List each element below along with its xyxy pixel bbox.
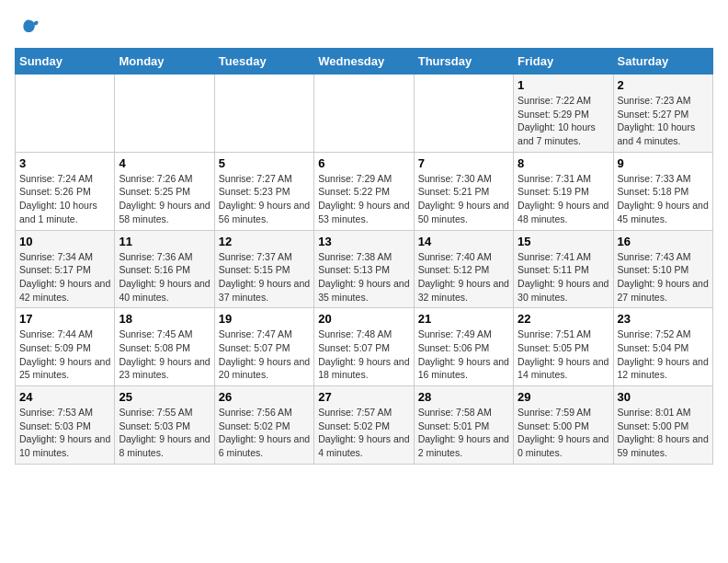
calendar-cell: 3Sunrise: 7:24 AM Sunset: 5:26 PM Daylig… [16, 152, 115, 230]
logo [15, 15, 44, 40]
day-number: 20 [318, 312, 409, 326]
calendar-cell: 19Sunrise: 7:47 AM Sunset: 5:07 PM Dayli… [214, 308, 313, 386]
calendar-cell: 8Sunrise: 7:31 AM Sunset: 5:19 PM Daylig… [514, 152, 613, 230]
calendar-week-5: 24Sunrise: 7:53 AM Sunset: 5:03 PM Dayli… [16, 386, 713, 465]
calendar-cell: 27Sunrise: 7:57 AM Sunset: 5:02 PM Dayli… [314, 386, 414, 465]
calendar-cell: 18Sunrise: 7:45 AM Sunset: 5:08 PM Dayli… [115, 308, 214, 386]
calendar-header-friday: Friday [514, 49, 613, 75]
calendar-week-3: 10Sunrise: 7:34 AM Sunset: 5:17 PM Dayli… [16, 230, 713, 308]
calendar-week-1: 1Sunrise: 7:22 AM Sunset: 5:29 PM Daylig… [16, 75, 713, 153]
day-info: Sunrise: 7:53 AM Sunset: 5:03 PM Dayligh… [19, 406, 110, 460]
calendar-week-2: 3Sunrise: 7:24 AM Sunset: 5:26 PM Daylig… [16, 152, 713, 230]
calendar-week-4: 17Sunrise: 7:44 AM Sunset: 5:09 PM Dayli… [16, 308, 713, 386]
calendar-cell: 30Sunrise: 8:01 AM Sunset: 5:00 PM Dayli… [613, 386, 712, 465]
calendar-cell: 20Sunrise: 7:48 AM Sunset: 5:07 PM Dayli… [314, 308, 414, 386]
calendar-cell: 11Sunrise: 7:36 AM Sunset: 5:16 PM Dayli… [115, 230, 214, 308]
calendar-header-saturday: Saturday [613, 49, 712, 75]
day-info: Sunrise: 7:47 AM Sunset: 5:07 PM Dayligh… [219, 327, 310, 382]
day-number: 18 [119, 312, 210, 326]
calendar-cell: 22Sunrise: 7:51 AM Sunset: 5:05 PM Dayli… [514, 308, 613, 386]
day-number: 15 [518, 235, 609, 248]
calendar-cell [115, 75, 214, 153]
day-info: Sunrise: 7:33 AM Sunset: 5:18 PM Dayligh… [618, 172, 709, 226]
day-number: 21 [418, 312, 509, 326]
calendar-cell: 2Sunrise: 7:23 AM Sunset: 5:27 PM Daylig… [613, 75, 712, 153]
day-number: 5 [219, 156, 310, 170]
day-info: Sunrise: 7:29 AM Sunset: 5:22 PM Dayligh… [318, 172, 409, 226]
calendar-header-row: SundayMondayTuesdayWednesdayThursdayFrid… [16, 49, 713, 75]
day-number: 6 [318, 156, 409, 170]
day-number: 1 [518, 78, 609, 92]
day-info: Sunrise: 7:48 AM Sunset: 5:07 PM Dayligh… [318, 327, 409, 382]
calendar-cell: 7Sunrise: 7:30 AM Sunset: 5:21 PM Daylig… [414, 152, 513, 230]
day-info: Sunrise: 7:43 AM Sunset: 5:10 PM Dayligh… [618, 250, 709, 304]
calendar-header-sunday: Sunday [16, 49, 115, 75]
day-info: Sunrise: 7:41 AM Sunset: 5:11 PM Dayligh… [518, 250, 609, 304]
logo-icon [15, 15, 40, 40]
day-number: 23 [618, 312, 709, 326]
calendar-cell: 1Sunrise: 7:22 AM Sunset: 5:29 PM Daylig… [514, 75, 613, 153]
calendar-cell: 9Sunrise: 7:33 AM Sunset: 5:18 PM Daylig… [613, 152, 712, 230]
day-info: Sunrise: 7:49 AM Sunset: 5:06 PM Dayligh… [418, 327, 509, 382]
calendar-cell: 16Sunrise: 7:43 AM Sunset: 5:10 PM Dayli… [613, 230, 712, 308]
day-info: Sunrise: 8:01 AM Sunset: 5:00 PM Dayligh… [618, 406, 709, 460]
day-number: 2 [618, 78, 709, 92]
calendar-cell: 28Sunrise: 7:58 AM Sunset: 5:01 PM Dayli… [414, 386, 513, 465]
day-info: Sunrise: 7:31 AM Sunset: 5:19 PM Dayligh… [518, 172, 609, 226]
calendar-cell: 4Sunrise: 7:26 AM Sunset: 5:25 PM Daylig… [115, 152, 214, 230]
day-info: Sunrise: 7:59 AM Sunset: 5:00 PM Dayligh… [518, 406, 609, 460]
day-info: Sunrise: 7:26 AM Sunset: 5:25 PM Dayligh… [119, 172, 210, 226]
day-number: 9 [618, 156, 709, 170]
calendar-cell: 12Sunrise: 7:37 AM Sunset: 5:15 PM Dayli… [214, 230, 313, 308]
day-number: 22 [518, 312, 609, 326]
day-info: Sunrise: 7:56 AM Sunset: 5:02 PM Dayligh… [219, 406, 310, 460]
calendar-cell: 17Sunrise: 7:44 AM Sunset: 5:09 PM Dayli… [16, 308, 115, 386]
day-info: Sunrise: 7:23 AM Sunset: 5:27 PM Dayligh… [618, 94, 709, 148]
day-info: Sunrise: 7:22 AM Sunset: 5:29 PM Dayligh… [518, 94, 609, 148]
calendar-table: SundayMondayTuesdayWednesdayThursdayFrid… [15, 48, 713, 465]
day-number: 10 [19, 235, 110, 248]
day-info: Sunrise: 7:30 AM Sunset: 5:21 PM Dayligh… [418, 172, 509, 226]
calendar-cell: 29Sunrise: 7:59 AM Sunset: 5:00 PM Dayli… [514, 386, 613, 465]
day-number: 27 [318, 390, 409, 404]
day-number: 28 [418, 390, 509, 404]
calendar-cell: 6Sunrise: 7:29 AM Sunset: 5:22 PM Daylig… [314, 152, 414, 230]
calendar-header-thursday: Thursday [414, 49, 513, 75]
day-number: 11 [119, 235, 210, 248]
day-info: Sunrise: 7:51 AM Sunset: 5:05 PM Dayligh… [518, 327, 609, 382]
day-info: Sunrise: 7:36 AM Sunset: 5:16 PM Dayligh… [119, 250, 210, 304]
day-number: 4 [119, 156, 210, 170]
page-header [15, 15, 713, 40]
calendar-cell [16, 75, 115, 153]
calendar-cell: 5Sunrise: 7:27 AM Sunset: 5:23 PM Daylig… [214, 152, 313, 230]
calendar-header-monday: Monday [115, 49, 214, 75]
day-info: Sunrise: 7:55 AM Sunset: 5:03 PM Dayligh… [119, 406, 210, 460]
day-number: 25 [119, 390, 210, 404]
day-info: Sunrise: 7:34 AM Sunset: 5:17 PM Dayligh… [19, 250, 110, 304]
day-info: Sunrise: 7:37 AM Sunset: 5:15 PM Dayligh… [219, 250, 310, 304]
day-number: 17 [19, 312, 110, 326]
calendar-cell [414, 75, 513, 153]
calendar-cell: 23Sunrise: 7:52 AM Sunset: 5:04 PM Dayli… [613, 308, 712, 386]
day-info: Sunrise: 7:38 AM Sunset: 5:13 PM Dayligh… [318, 250, 409, 304]
calendar-header-tuesday: Tuesday [214, 49, 313, 75]
day-number: 30 [618, 390, 709, 404]
day-number: 24 [19, 390, 110, 404]
calendar-cell: 10Sunrise: 7:34 AM Sunset: 5:17 PM Dayli… [16, 230, 115, 308]
calendar-cell: 25Sunrise: 7:55 AM Sunset: 5:03 PM Dayli… [115, 386, 214, 465]
day-info: Sunrise: 7:45 AM Sunset: 5:08 PM Dayligh… [119, 327, 210, 382]
day-info: Sunrise: 7:44 AM Sunset: 5:09 PM Dayligh… [19, 327, 110, 382]
calendar-cell: 15Sunrise: 7:41 AM Sunset: 5:11 PM Dayli… [514, 230, 613, 308]
day-number: 3 [19, 156, 110, 170]
day-info: Sunrise: 7:57 AM Sunset: 5:02 PM Dayligh… [318, 406, 409, 460]
day-info: Sunrise: 7:27 AM Sunset: 5:23 PM Dayligh… [219, 172, 310, 226]
day-number: 26 [219, 390, 310, 404]
calendar-cell [314, 75, 414, 153]
day-number: 19 [219, 312, 310, 326]
day-number: 7 [418, 156, 509, 170]
day-number: 12 [219, 235, 310, 248]
calendar-cell: 14Sunrise: 7:40 AM Sunset: 5:12 PM Dayli… [414, 230, 513, 308]
day-number: 13 [318, 235, 409, 248]
calendar-cell: 26Sunrise: 7:56 AM Sunset: 5:02 PM Dayli… [214, 386, 313, 465]
day-number: 29 [518, 390, 609, 404]
